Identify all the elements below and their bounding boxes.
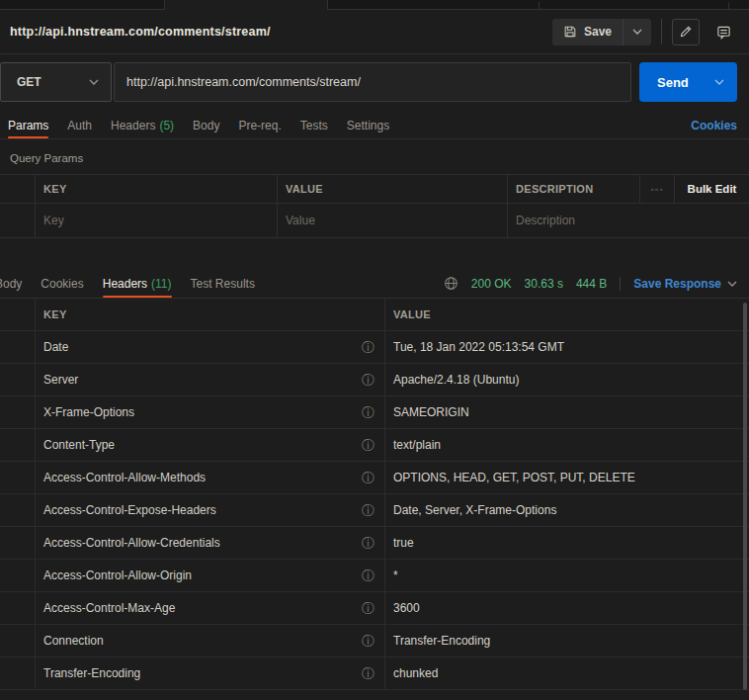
value-placeholder-cell[interactable]: Value [278,204,508,237]
vertical-scrollbar[interactable] [743,303,747,690]
tab-label: Headers [103,277,147,291]
request-tab[interactable]: Settings [347,112,389,138]
save-button[interactable]: Save [552,19,623,45]
query-params-empty-row: Key Value Description [0,204,749,237]
response-tab[interactable]: Headers (11) [103,269,172,298]
header-value: 3600 [385,592,749,624]
request-tab[interactable]: Body [193,112,219,138]
info-icon[interactable]: ⓘ [362,472,374,484]
row-gutter [0,204,36,237]
row-gutter [0,657,36,689]
request-tab[interactable]: Headers (5) [111,112,174,138]
send-button-label: Send [657,75,714,90]
chevron-down-icon [714,79,724,85]
response-size[interactable]: 444 B [576,277,607,291]
info-icon[interactable]: ⓘ [362,504,374,517]
tab-label: Auth [67,119,92,132]
response-tab[interactable]: Test Results [191,269,255,298]
tab-label: Body [193,119,219,132]
request-title-bar: http://api.hnstream.com/comments/stream/… [0,10,749,54]
info-icon[interactable]: ⓘ [362,439,374,452]
response-tabs: Body Cookies Headers (11) Test Results 2… [0,269,749,299]
header-value: * [385,560,749,591]
save-options-button[interactable] [623,19,651,45]
column-header-description: DESCRIPTION [508,175,640,203]
row-gutter [0,364,36,395]
response-header-row: Access-Control-Allow-Credentials ⓘ true [0,527,749,560]
header-value: text/plain [385,429,749,461]
tab-label: Settings [347,119,389,132]
header-key: Access-Control-Allow-Credentials [43,536,220,550]
header-value: SAMEORIGIN [385,396,749,428]
info-icon[interactable]: ⓘ [362,635,374,648]
response-table-header-row: KEY VALUE [0,299,749,331]
method-label: GET [17,75,89,89]
network-globe-icon[interactable] [444,276,458,291]
info-icon[interactable]: ⓘ [362,569,374,582]
save-button-label: Save [584,25,612,39]
request-tab[interactable]: Tests [300,112,328,138]
response-header-row: Access-Control-Expose-Headers ⓘ Date, Se… [0,494,749,527]
row-gutter [0,462,36,493]
send-button[interactable]: Send [639,62,737,102]
bulk-edit-button[interactable]: Bulk Edit [675,175,749,203]
header-key: Access-Control-Expose-Headers [43,503,216,517]
status-badge[interactable]: 200 OK [471,277,512,291]
request-tab[interactable]: Params [8,112,48,138]
info-icon[interactable]: ⓘ [362,406,374,419]
response-meta: 200 OK 30.63 s 444 B Save Response [444,269,737,298]
pencil-icon [679,25,693,39]
tab-strip-line [0,9,165,10]
active-request-tab-top[interactable] [164,0,328,10]
header-value: OPTIONS, HEAD, GET, POST, PUT, DELETE [385,462,749,493]
comments-button[interactable] [709,19,737,45]
response-tab[interactable]: Body [0,269,22,298]
header-key: Date [43,340,68,354]
chevron-down-icon [89,79,99,85]
tab-label: Headers [111,119,155,132]
row-gutter [0,592,36,624]
request-title: http://api.hnstream.com/comments/stream/ [10,25,552,39]
actions-divider [661,19,662,44]
response-time[interactable]: 30.63 s [525,277,563,291]
row-gutter [0,299,36,330]
tab-label: Cookies [41,277,83,291]
info-icon[interactable]: ⓘ [362,341,374,354]
info-icon[interactable]: ⓘ [362,537,374,550]
edit-button[interactable] [672,19,700,45]
request-url-bar: GET Send [0,54,749,112]
workspace-tab-strip [0,0,749,10]
response-header-row: Server ⓘ Apache/2.4.18 (Ubuntu) [0,364,749,396]
header-key: Connection [43,634,104,648]
chevron-down-icon [632,29,642,35]
save-button-group: Save [552,19,651,45]
tab-label: Body [0,277,22,291]
header-value: Date, Server, X-Frame-Options [385,494,749,526]
key-placeholder-cell[interactable]: Key [36,204,278,237]
cookies-link[interactable]: Cookies [691,112,737,138]
header-key: X-Frame-Options [43,405,134,419]
response-header-row: Date ⓘ Tue, 18 Jan 2022 05:13:54 GMT [0,331,749,364]
description-placeholder-cell[interactable]: Description [508,204,749,237]
row-gutter [0,429,36,461]
row-gutter [0,494,36,526]
tab-label: Tests [300,119,328,132]
save-response-button[interactable]: Save Response [633,277,737,291]
column-header-key: KEY [36,299,385,330]
response-header-row: Access-Control-Allow-Origin ⓘ * [0,560,749,592]
info-icon[interactable]: ⓘ [362,667,374,680]
info-icon[interactable]: ⓘ [362,374,374,387]
column-header-value: VALUE [278,175,508,203]
tab-label: Test Results [191,277,255,291]
method-select[interactable]: GET [0,62,112,102]
tab-label: Params [8,119,48,132]
row-gutter [0,331,36,363]
more-options-icon[interactable]: ◦◦◦ [640,175,675,203]
info-icon[interactable]: ⓘ [362,602,374,615]
save-response-label: Save Response [633,277,721,291]
url-input[interactable] [114,62,631,102]
response-tab[interactable]: Cookies [41,269,83,298]
request-tab[interactable]: Auth [67,112,92,138]
comment-icon [716,25,731,40]
request-tab[interactable]: Pre-req. [238,112,281,138]
